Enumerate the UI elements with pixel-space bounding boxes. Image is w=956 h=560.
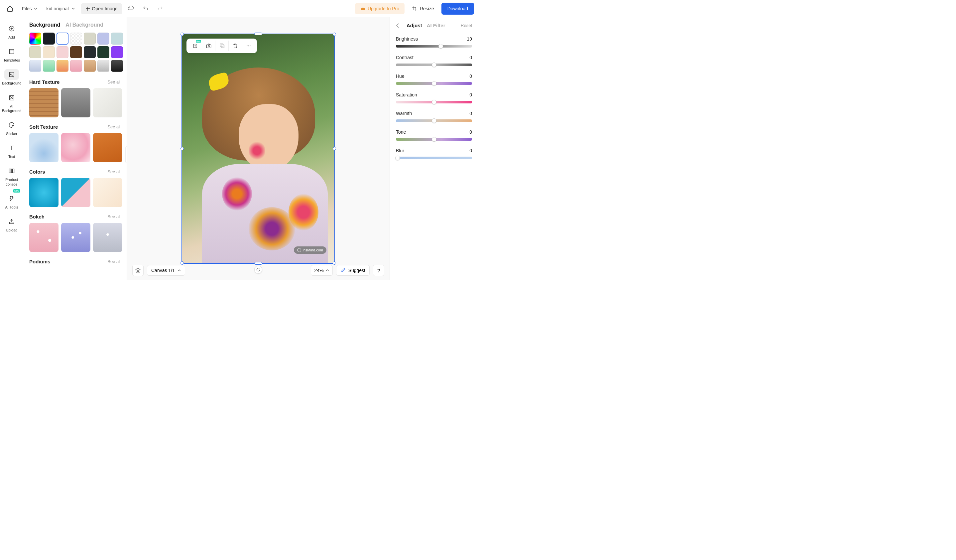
color-swatch-8[interactable] [43, 46, 55, 58]
texture-thumb[interactable] [61, 88, 90, 117]
nav-ai-background[interactable]: AI Background [2, 90, 22, 116]
layers-button[interactable] [132, 265, 144, 276]
canvas-selection[interactable]: insMind.com New [181, 34, 335, 264]
tab-ai-filter[interactable]: AI Filter [427, 23, 445, 28]
color-swatch-17[interactable] [70, 60, 82, 72]
slider-thumb[interactable] [432, 137, 436, 142]
delete-button[interactable] [228, 41, 242, 51]
resize-handle-bm[interactable] [254, 262, 262, 265]
tab-ai-background[interactable]: AI Background [66, 22, 104, 28]
color-swatch-20[interactable] [111, 60, 123, 72]
resize-handle-ml[interactable] [181, 147, 184, 150]
nav-templates[interactable]: Templates [2, 44, 22, 65]
color-swatch-15[interactable] [43, 60, 55, 72]
resize-button[interactable]: Resize [407, 3, 439, 14]
color-swatch-14[interactable] [29, 60, 41, 72]
resize-handle-tm[interactable] [254, 33, 262, 35]
slider-track[interactable] [396, 101, 472, 104]
resize-handle-br[interactable] [333, 261, 336, 265]
more-button[interactable] [242, 41, 255, 51]
color-swatch-7[interactable] [29, 46, 41, 58]
filename-dropdown[interactable]: kid original [43, 4, 78, 13]
help-button[interactable]: ? [373, 265, 384, 276]
color-swatch-2[interactable] [57, 33, 69, 44]
back-button[interactable] [396, 23, 402, 28]
canvas-area[interactable]: insMind.com New Canvas 1/1 [127, 17, 390, 280]
slider-thumb[interactable] [439, 44, 443, 49]
texture-thumb[interactable] [93, 133, 122, 162]
color-swatch-5[interactable] [97, 33, 109, 44]
color-swatch-1[interactable] [43, 33, 55, 44]
slider-thumb[interactable] [432, 118, 436, 123]
nav-upload[interactable]: Upload [2, 214, 22, 235]
color-swatch-3[interactable] [70, 33, 82, 44]
see-all-link[interactable]: See all [107, 214, 121, 219]
texture-thumb[interactable] [29, 88, 58, 117]
see-all-link[interactable]: See all [107, 259, 121, 264]
slider-thumb[interactable] [432, 81, 436, 86]
nav-text[interactable]: Text [2, 140, 22, 162]
open-image-button[interactable]: Open Image [81, 3, 122, 14]
color-swatch-19[interactable] [97, 60, 109, 72]
slider-track[interactable] [396, 138, 472, 141]
color-swatch-12[interactable] [97, 46, 109, 58]
texture-thumb[interactable] [93, 88, 122, 117]
download-button[interactable]: Download [442, 3, 474, 15]
zoom-dropdown[interactable]: 24% [311, 265, 333, 276]
color-swatch-10[interactable] [70, 46, 82, 58]
slider-track[interactable] [396, 157, 472, 159]
slider-thumb[interactable] [432, 63, 436, 67]
resize-handle-mr[interactable] [333, 147, 336, 150]
suggest-button[interactable]: Suggest [336, 265, 370, 276]
color-swatch-9[interactable] [57, 46, 69, 58]
see-all-link[interactable]: See all [107, 169, 121, 174]
texture-thumb[interactable] [61, 133, 90, 162]
nav-background[interactable]: Background [2, 66, 22, 88]
texture-thumb[interactable] [29, 178, 58, 207]
camera-button[interactable] [202, 41, 215, 51]
texture-thumb[interactable] [93, 223, 122, 252]
nav-product-collage[interactable]: Product collage [2, 163, 22, 189]
undo-button[interactable] [140, 3, 152, 15]
slider-thumb[interactable] [395, 156, 400, 160]
slider-track[interactable] [396, 63, 472, 66]
nav-ai-tools[interactable]: AI Tools [2, 190, 22, 212]
texture-thumb[interactable] [29, 223, 58, 252]
resize-handle-tr[interactable] [333, 33, 336, 36]
redo-button[interactable] [154, 3, 166, 15]
texture-thumb[interactable] [29, 133, 58, 162]
resize-handle-tl[interactable] [181, 33, 184, 36]
duplicate-button[interactable] [215, 41, 228, 51]
slider-track[interactable] [396, 82, 472, 85]
resize-handle-bl[interactable] [181, 261, 184, 265]
color-swatch-6[interactable] [111, 33, 123, 44]
slider-track[interactable] [396, 120, 472, 122]
reset-button[interactable]: Reset [461, 23, 472, 28]
texture-thumb[interactable] [61, 223, 90, 252]
canvas-selector[interactable]: Canvas 1/1 [147, 265, 185, 276]
see-all-link[interactable]: See all [107, 79, 121, 85]
texture-thumb[interactable] [61, 178, 90, 207]
upgrade-button[interactable]: Upgrade to Pro [355, 3, 404, 14]
color-swatch-16[interactable] [57, 60, 69, 72]
adjust-panel: Adjust AI Filter Reset Brightness19Contr… [390, 17, 478, 280]
files-dropdown[interactable]: Files [19, 4, 41, 13]
slider-thumb[interactable] [432, 100, 436, 104]
nav-label: AI Background [2, 104, 22, 113]
texture-thumb[interactable] [93, 178, 122, 207]
tab-adjust[interactable]: Adjust [407, 23, 422, 28]
see-all-link[interactable]: See all [107, 124, 121, 129]
color-swatch-0[interactable] [29, 33, 41, 44]
ai-enhance-button[interactable]: New [189, 41, 202, 51]
color-swatch-11[interactable] [84, 46, 96, 58]
nav-sticker[interactable]: Sticker [2, 117, 22, 138]
slider-value: 0 [469, 129, 472, 135]
color-swatch-18[interactable] [84, 60, 96, 72]
home-button[interactable] [4, 3, 16, 15]
nav-add[interactable]: Add [2, 20, 22, 42]
slider-track[interactable] [396, 45, 472, 47]
tab-background[interactable]: Background [29, 22, 60, 28]
color-swatch-13[interactable] [111, 46, 123, 58]
color-swatch-4[interactable] [84, 33, 96, 44]
cloud-sync-button[interactable] [125, 3, 137, 15]
